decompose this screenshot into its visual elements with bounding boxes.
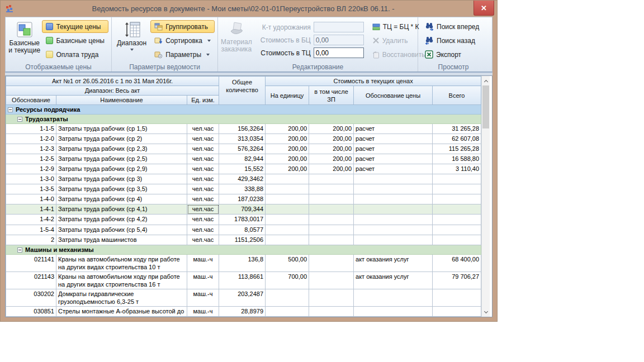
cell-per-unit[interactable]: 200,00 bbox=[266, 134, 309, 144]
resource-row[interactable]: 1-3-0Затраты труда рабочих (ср 3)чел.час… bbox=[6, 174, 481, 184]
group-cell[interactable]: Машины и механизмы bbox=[6, 245, 481, 254]
cell-per-unit[interactable]: 700,00 bbox=[266, 272, 309, 289]
collapse-icon[interactable] bbox=[8, 107, 13, 112]
cell-price-basis[interactable]: расчет bbox=[354, 164, 433, 174]
cell-per-unit[interactable] bbox=[266, 204, 309, 215]
cell-name[interactable]: Краны на автомобильном ходу при работе н… bbox=[56, 272, 187, 289]
current-prices-toggle[interactable]: Текущие цены bbox=[42, 20, 108, 33]
cell-total[interactable] bbox=[433, 184, 481, 194]
header-current-prices[interactable]: Стоимость в текущих ценах bbox=[266, 77, 481, 86]
cell-name[interactable]: Домкраты гидравлические грузоподъемность… bbox=[56, 289, 187, 306]
group-row[interactable]: Машины и механизмы bbox=[6, 245, 481, 254]
cell-total[interactable] bbox=[433, 289, 481, 306]
cell-price-basis[interactable] bbox=[354, 215, 433, 225]
header-incl-zp[interactable]: в том числе ЗП bbox=[309, 86, 354, 105]
cell-qty[interactable]: 203,2487 bbox=[219, 289, 266, 306]
cell-incl-zp[interactable] bbox=[309, 215, 354, 225]
cell-price-basis[interactable]: расчет bbox=[354, 154, 433, 164]
cell-per-unit[interactable] bbox=[266, 194, 309, 204]
vertical-scrollbar[interactable] bbox=[481, 76, 490, 317]
cell-per-unit[interactable] bbox=[266, 306, 309, 316]
cell-code[interactable]: 030851 bbox=[6, 306, 56, 316]
cell-price-basis[interactable]: акт оказания услуг bbox=[354, 254, 433, 272]
resource-row[interactable]: 1-2-0Затраты труда рабочих (ср 2)чел.час… bbox=[6, 134, 481, 144]
cell-qty[interactable]: 28,8979 bbox=[219, 306, 266, 316]
cell-name[interactable]: Затраты труда рабочих (ср 2) bbox=[56, 134, 187, 144]
cell-per-unit[interactable] bbox=[266, 184, 309, 194]
header-total[interactable]: Всего bbox=[433, 86, 481, 105]
cell-per-unit[interactable] bbox=[266, 225, 309, 235]
scrollbar-thumb[interactable] bbox=[482, 85, 489, 128]
basic-and-current-button[interactable]: Базисные и текущие bbox=[8, 20, 40, 62]
cell-price-basis[interactable] bbox=[354, 306, 433, 316]
cell-name[interactable]: Затраты труда рабочих (ср 1,5) bbox=[56, 124, 187, 134]
cell-code[interactable]: 1-4-0 bbox=[6, 194, 56, 204]
cell-price-basis[interactable]: акт оказания услуг bbox=[354, 272, 433, 289]
cell-total[interactable] bbox=[433, 225, 481, 235]
cell-code[interactable]: 1-2-3 bbox=[6, 144, 56, 154]
cell-qty[interactable]: 187,0238 bbox=[219, 194, 266, 204]
cost-tc-input[interactable] bbox=[314, 47, 364, 58]
cell-code[interactable]: 1-2-9 bbox=[6, 164, 56, 174]
cell-qty[interactable]: 8,0577 bbox=[219, 225, 266, 235]
cell-code[interactable]: 1-2-0 bbox=[6, 134, 56, 144]
cell-per-unit[interactable] bbox=[266, 174, 309, 184]
cell-name[interactable]: Затраты труда рабочих (ср 5,4) bbox=[56, 225, 187, 235]
cell-per-unit[interactable] bbox=[266, 235, 309, 245]
cell-qty[interactable]: 338,88 bbox=[219, 184, 266, 194]
resource-row[interactable]: 1-4-0Затраты труда рабочих (ср 4)чел.час… bbox=[6, 194, 481, 204]
cell-unit[interactable]: маш.-ч bbox=[187, 254, 219, 272]
cost-bc-input[interactable] bbox=[314, 35, 364, 45]
markup-coef-input[interactable] bbox=[314, 22, 364, 32]
resource-row[interactable]: 021141Краны на автомобильном ходу при ра… bbox=[6, 254, 481, 272]
cell-incl-zp[interactable] bbox=[309, 306, 354, 316]
cell-unit[interactable]: чел.час bbox=[187, 164, 219, 174]
cell-code[interactable]: 1-5-4 bbox=[6, 225, 56, 235]
close-button[interactable]: ✕ bbox=[473, 1, 494, 16]
resource-row[interactable]: 1-2-9Затраты труда рабочих (ср 2,9)чел.ч… bbox=[6, 164, 481, 174]
header-per-unit[interactable]: На единицу bbox=[266, 86, 309, 105]
header-range[interactable]: Диапазон: Весь акт bbox=[6, 86, 219, 96]
cell-price-basis[interactable] bbox=[354, 174, 433, 184]
cell-total[interactable] bbox=[433, 204, 481, 215]
cell-total[interactable]: 3 110,40 bbox=[433, 164, 481, 174]
cell-code[interactable]: 1-4-1 bbox=[6, 204, 56, 215]
cell-total[interactable]: 79 706,27 bbox=[433, 272, 481, 289]
search-back-button[interactable]: Поиск назад bbox=[421, 34, 483, 47]
resource-row[interactable]: 1-3-5Затраты труда рабочих (ср 3,5)чел.ч… bbox=[6, 184, 481, 194]
cell-code[interactable]: 021141 bbox=[6, 254, 56, 272]
scroll-up-button[interactable] bbox=[482, 76, 490, 85]
cell-qty[interactable]: 82,944 bbox=[219, 154, 266, 164]
resource-row[interactable]: 1-1-5Затраты труда рабочих (ср 1,5)чел.ч… bbox=[6, 124, 481, 134]
cell-unit[interactable]: чел.час bbox=[187, 215, 219, 225]
cell-incl-zp[interactable] bbox=[309, 204, 354, 215]
cell-name[interactable]: Затраты труда рабочих (ср 4,1) bbox=[56, 204, 187, 215]
cell-unit[interactable]: чел.час bbox=[187, 144, 219, 154]
cell-total[interactable]: 62 607,08 bbox=[433, 134, 481, 144]
cell-price-basis[interactable] bbox=[354, 204, 433, 215]
cell-incl-zp[interactable] bbox=[309, 225, 354, 235]
cell-total[interactable] bbox=[433, 306, 481, 316]
cell-price-basis[interactable] bbox=[354, 235, 433, 245]
group-cell[interactable]: Ресурсы подрядчика bbox=[6, 105, 481, 115]
cell-unit[interactable]: чел.час bbox=[187, 235, 219, 245]
cell-code[interactable]: 030202 bbox=[6, 289, 56, 306]
cell-name[interactable]: Затраты труда рабочих (ср 2,3) bbox=[56, 144, 187, 154]
cell-per-unit[interactable] bbox=[266, 215, 309, 225]
resource-row[interactable]: 1-4-2Затраты труда рабочих (ср 4,2)чел.ч… bbox=[6, 215, 481, 225]
cell-total[interactable]: 31 265,28 bbox=[433, 124, 481, 134]
cell-price-basis[interactable] bbox=[354, 289, 433, 306]
sort-button[interactable]: Сортировка bbox=[150, 34, 215, 47]
cell-code[interactable]: 1-3-0 bbox=[6, 174, 56, 184]
cell-per-unit[interactable]: 500,00 bbox=[266, 254, 309, 272]
cell-total[interactable]: 16 588,80 bbox=[433, 154, 481, 164]
cell-qty[interactable]: 709,344 bbox=[219, 204, 266, 215]
cell-incl-zp[interactable]: 200,00 bbox=[309, 134, 354, 144]
cell-qty[interactable]: 1783,0017 bbox=[219, 215, 266, 225]
cell-incl-zp[interactable] bbox=[309, 194, 354, 204]
cell-price-basis[interactable]: расчет bbox=[354, 124, 433, 134]
header-unit[interactable]: Ед. изм. bbox=[187, 96, 219, 105]
cell-total[interactable] bbox=[433, 194, 481, 204]
cell-unit[interactable]: чел.час bbox=[187, 184, 219, 194]
parameters-button[interactable]: Параметры bbox=[150, 48, 215, 61]
